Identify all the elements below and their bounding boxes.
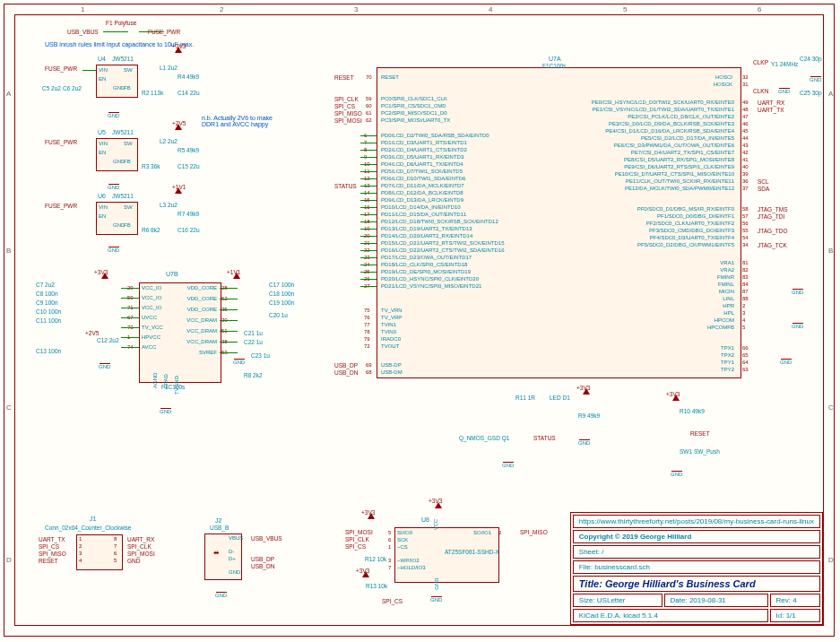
dm-net: USB_DN	[251, 563, 274, 569]
r3: R3 36k	[142, 163, 160, 169]
3v3u8c: +3V3	[356, 568, 369, 574]
u5-val: JW5211	[112, 129, 134, 135]
j2-ref: J2	[215, 517, 221, 524]
clkp: CLKP	[753, 59, 768, 65]
dp-net: USB_DP	[251, 556, 274, 562]
c5: C5 2u2	[42, 85, 61, 91]
wpn: 3	[388, 558, 391, 563]
status-net: STATUS	[334, 183, 357, 189]
c24: C24 30p	[800, 56, 822, 62]
spi-mosi: SPI_MOSI	[334, 117, 362, 124]
r9: R9 49k9	[578, 412, 600, 419]
tb-date: Date: 2019-08-31	[664, 594, 768, 607]
hold: ~HOLD/IO3	[397, 565, 426, 570]
2v5-label: +2V5	[172, 120, 186, 126]
hosck: HOSCK	[714, 82, 732, 87]
3v3l: +3V3	[94, 269, 108, 275]
usbdm-net: USB_DN	[334, 369, 358, 376]
vbus-net: USB_VBUS	[251, 535, 282, 542]
gnd: GND	[160, 408, 171, 414]
c19: C19 100n	[269, 299, 294, 306]
sw1: SW1 SW_Push	[680, 448, 720, 455]
u6-val: JW5211	[112, 193, 134, 199]
vcc: VCC	[433, 519, 438, 531]
c22: C22 1u	[244, 339, 263, 345]
3v3u8: +3V3	[429, 498, 442, 504]
3v3-label: +3V3	[172, 43, 186, 49]
gnd: GND	[108, 184, 119, 190]
reset-net2: RESET	[690, 430, 710, 437]
pc0n: 59	[366, 96, 372, 101]
r4: R4 49k9	[178, 74, 199, 80]
reset-pin-lbl: RESET	[381, 74, 399, 80]
tb-id: Id: 1/1	[770, 609, 820, 622]
c10: C10 100n	[36, 308, 61, 315]
usb-icon: ⬌	[213, 549, 220, 557]
usbdm-l: USB-DM	[381, 369, 403, 375]
hosci: HOSCI	[715, 74, 732, 80]
net-fuse-pwr: FUSE_PWR	[148, 29, 180, 35]
grid-col: 5	[623, 5, 627, 13]
gnd: GND	[502, 462, 514, 468]
r10: R10 49k9	[680, 408, 705, 414]
gnd: GND	[108, 247, 119, 253]
miso: SPI_MISO	[520, 529, 548, 535]
status-net: STATUS	[533, 435, 556, 441]
c23: C23 1u	[251, 352, 270, 359]
vbus: VBUS	[229, 535, 243, 541]
tb-file: File: businesscard.sch	[573, 560, 820, 574]
j1-val: Conn_02x04_Counter_Clockwise	[45, 525, 131, 531]
grid-row: D	[6, 556, 12, 564]
c18: C18 100n	[269, 291, 294, 297]
c17: C17 100n	[269, 282, 294, 288]
son: 2	[498, 530, 501, 535]
usbdp-net: USB_DP	[334, 362, 358, 369]
title-block: https://www.thirtythreeforty.net/posts/2…	[570, 512, 823, 625]
pc2: PC2/SPI0_MISO/SDC1_D0	[381, 110, 447, 116]
u4-en: EN	[99, 76, 106, 82]
u5-en: EN	[99, 150, 106, 155]
tb-copyright: Copyright © 2019 George Hilliard	[573, 530, 820, 543]
u6-en: EN	[99, 213, 106, 219]
u4-fb: FB	[124, 85, 131, 91]
si: SI/IO0	[397, 530, 412, 535]
u4-sw: SW	[124, 67, 133, 73]
wp: ~WP/IO2	[397, 558, 420, 563]
u4-vin: VIN	[99, 67, 108, 73]
gnd: GND	[810, 76, 821, 82]
c11: C11 100n	[36, 317, 61, 324]
c25: C25 30p	[800, 90, 822, 96]
3v3u8b: +3V3	[361, 509, 375, 516]
c9: C9 100n	[36, 299, 58, 306]
mosi: SPI_MOSI	[345, 529, 373, 535]
grid-row: D	[828, 556, 834, 564]
reset-net: RESET	[334, 74, 354, 81]
grid-row: B	[6, 247, 11, 255]
u7b-ref: U7B	[166, 271, 178, 277]
led: LED D1	[550, 395, 570, 401]
sckn: 6	[388, 537, 391, 542]
reset-pin: 70	[366, 74, 372, 80]
pc2n: 61	[366, 110, 372, 116]
c7: C7 2u2	[36, 282, 55, 288]
u7a-ref: U7A	[549, 56, 561, 62]
r2: R2 113k	[142, 90, 163, 96]
1v1-label: +1V1	[172, 184, 186, 190]
u7a-val: F1C100s	[542, 63, 566, 69]
wire	[82, 70, 96, 71]
2v5l: +2V5	[85, 330, 99, 336]
gnd: GND	[578, 439, 590, 446]
c14: C14 22u	[178, 90, 200, 96]
tb-url: https://www.thirtythreeforty.net/posts/2…	[573, 515, 820, 528]
dm: D-	[229, 549, 234, 554]
r8: R8 2k2	[244, 372, 263, 378]
u8-val: AT25SF081-SSHD-X	[445, 549, 499, 555]
c21: C21 1u	[244, 330, 263, 336]
r11: R11 1R	[515, 395, 535, 401]
u7b-epad: EPAD	[163, 374, 169, 388]
3v3r: +3V3	[666, 391, 680, 397]
grid-row: A	[6, 90, 11, 98]
u7b-agnd: AGND	[152, 373, 158, 388]
pc0: PC0/SPI0_CLK/SDC1_CLK	[381, 96, 447, 101]
tb-title: Title: George Hilliard's Business Card	[573, 576, 820, 592]
